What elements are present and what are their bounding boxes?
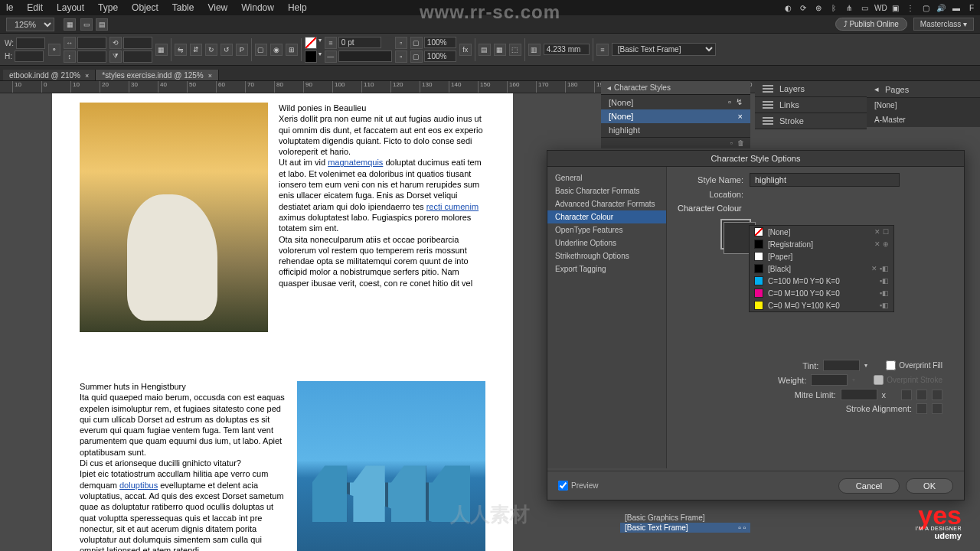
menu-table[interactable]: Table [172,2,194,13]
new-style-icon[interactable]: ▫ [728,97,731,107]
swatch-row[interactable]: C=100 M=0 Y=0 K=0 ▪◧ [750,275,893,287]
bt-icon[interactable]: ᛒ [828,4,839,12]
text-wrap-none-icon[interactable]: ▤ [479,44,491,56]
scale-y-icon[interactable]: ↕ [64,51,76,63]
style-highlight[interactable]: highlight [601,123,750,137]
menu-object[interactable]: Object [132,2,158,13]
link-doluptibus[interactable]: doluptibus [119,481,158,490]
fx-icon[interactable]: fx [459,44,472,56]
rotate-input[interactable] [123,37,152,49]
globe-icon[interactable]: ⊛ [813,4,824,12]
rotate-ccw-icon[interactable]: ↺ [220,44,233,56]
stroke-pt-input[interactable] [338,37,381,48]
menu-layout[interactable]: Layout [57,2,84,13]
sel-container-icon[interactable]: ▢ [255,44,267,56]
fill-stroke-preview[interactable] [720,219,751,249]
screen-mode-icon[interactable]: ▭ [80,18,93,31]
close-icon[interactable]: × [85,72,89,80]
volume-icon[interactable]: 🔊 [936,4,946,12]
swatch-list[interactable]: [None]✕ ☐[Registration]✕ ⊕[Paper] [Black… [749,225,894,312]
pages-none[interactable]: [None] [867,98,980,112]
tab-styles-exercise[interactable]: *styles exercise.indd @ 125%× [96,70,219,80]
menu-help[interactable]: Help [288,2,307,13]
columns-icon[interactable]: ▥ [528,44,541,56]
panel-pages[interactable]: ◂ Pages [867,81,980,98]
menu-type[interactable]: Type [98,2,118,13]
swatch-row[interactable]: C=0 M=0 Y=100 K=0 ▪◧ [750,299,893,311]
para-style-select[interactable]: [Basic Text Frame] [612,43,716,56]
fill-swatch-icon[interactable] [305,37,317,49]
clock-icon[interactable]: F [966,4,977,12]
cc-icon[interactable]: ◐ [782,4,793,12]
rotate-cw-icon[interactable]: ↻ [205,44,217,56]
image-huts[interactable] [297,381,485,551]
cancel-button[interactable]: Cancel [838,478,900,494]
swatch-row[interactable]: C=0 M=100 Y=0 K=0 ▪◧ [750,287,893,299]
zoom-select[interactable]: 125% [6,18,54,31]
join-icon[interactable]: ▫ [395,51,407,63]
arrange-icon[interactable]: ▤ [96,18,108,31]
flip-h-icon[interactable]: ⇋ [175,44,187,56]
panel-tab-character-styles[interactable]: ◂ Character Styles [601,81,750,95]
preview-check[interactable]: Preview [558,481,599,491]
wd-icon[interactable]: WD [874,4,885,12]
image-horse[interactable] [80,103,268,332]
sel-content-icon[interactable]: ◉ [270,44,283,56]
ok-button[interactable]: OK [906,478,953,494]
scale-x-icon[interactable]: ↔ [64,37,76,49]
constrain-icon[interactable]: ⚬ [48,44,60,56]
style-dropdown[interactable]: [None]▫↯ [601,95,750,109]
swatch-row[interactable]: [Registration]✕ ⊕ [750,238,893,250]
view-options-icon[interactable]: ▦ [64,18,76,31]
p-icon[interactable]: P [236,44,248,56]
battery-icon[interactable]: ▭ [859,4,870,12]
style-none[interactable]: [None]× [601,109,750,123]
obj-style-text[interactable]: [Basic Text Frame]▫ ▫ [620,523,750,533]
screen-icon[interactable]: ▣ [890,4,900,12]
menu-edit[interactable]: Edit [27,2,43,13]
nav-advanced-formats[interactable]: Advanced Character Formats [547,197,666,210]
opacity-input[interactable] [424,37,456,48]
nav-underline[interactable]: Underline Options [547,236,666,249]
opacity2-icon[interactable]: ▢ [410,51,423,63]
nav-basic-formats[interactable]: Basic Character Formats [547,184,666,197]
tab-etbook[interactable]: etbook.indd @ 210%× [3,70,96,80]
menu-window[interactable]: Window [241,2,274,13]
link-recti[interactable]: recti cumenim [426,202,479,211]
swatch-row[interactable]: [Paper] [750,250,893,262]
sync-icon[interactable]: ⟳ [798,4,808,12]
ref-point-icon[interactable]: ▦ [155,44,168,56]
scale-x-input[interactable] [77,37,106,49]
nav-character-colour[interactable]: Character Colour [547,210,666,223]
cap-icon[interactable]: ▫ [395,37,407,49]
vert-align-icon[interactable]: ≡ [596,44,609,56]
workspace-button[interactable]: Masterclass ▾ [913,18,974,31]
new-icon[interactable]: ▫ [730,139,733,147]
flip-v-icon[interactable]: ⇵ [190,44,202,56]
opacity2-input[interactable] [424,51,456,62]
panel-links[interactable]: Links [755,97,867,113]
tint-input[interactable] [823,360,860,371]
swatch-row[interactable]: [Black]✕ ▪◧ [750,262,893,275]
document-page[interactable]: Wild ponies in Beaulieu Xeris dollit pra… [52,93,513,551]
style-name-input[interactable] [750,173,900,187]
clear-icon[interactable]: ↯ [736,97,743,107]
trash-icon[interactable]: 🗑 [737,139,744,147]
panel-stroke[interactable]: Stroke [755,113,867,129]
rotate-icon[interactable]: ⟲ [109,37,122,49]
menu-view[interactable]: View [207,2,227,13]
opacity-icon[interactable]: ▢ [410,37,423,49]
text-wrap-bound-icon[interactable]: ▦ [494,44,506,56]
wifi-icon[interactable]: ⋔ [844,4,854,12]
num-input[interactable] [544,44,590,55]
menu-file[interactable]: le [6,2,13,13]
shear-input[interactable] [123,51,152,63]
close-icon[interactable]: × [738,112,743,121]
nav-strikethrough[interactable]: Strikethrough Options [547,249,666,262]
text-wrap-shape-icon[interactable]: ⬚ [509,44,521,56]
close-icon[interactable]: × [208,72,212,80]
h-input[interactable] [15,51,44,62]
swatch-row[interactable]: [None]✕ ☐ [750,226,893,238]
fit-icon[interactable]: ⊞ [286,44,298,56]
stroke-swatch-icon[interactable] [305,51,317,63]
